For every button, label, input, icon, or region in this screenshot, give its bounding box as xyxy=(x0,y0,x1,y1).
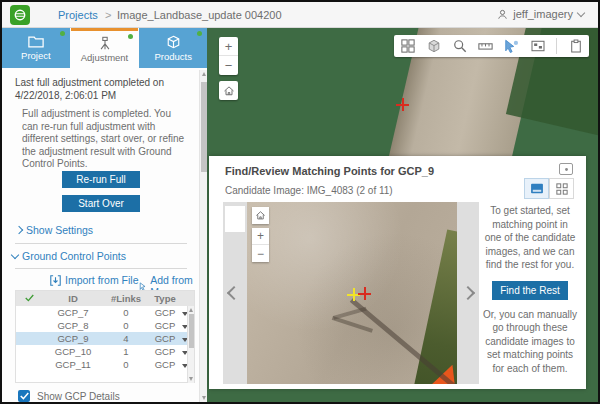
check-icon xyxy=(25,294,34,302)
find-the-rest-button[interactable]: Find the Rest xyxy=(492,281,568,300)
show-gcp-details-checkbox[interactable] xyxy=(18,390,30,402)
cell-links: 1 xyxy=(104,346,148,357)
user-icon xyxy=(497,9,508,20)
cube-icon xyxy=(166,35,181,49)
measure-icon xyxy=(478,40,493,52)
basemap-tool[interactable] xyxy=(426,39,441,54)
table-row[interactable]: GCP_10 1 GCP xyxy=(16,345,194,358)
gcp-table: ID #Links Type GCP_7 0 GCP GCP_8 0 GCP xyxy=(15,290,195,383)
cell-id: GCP_11 xyxy=(42,359,104,370)
cell-links: 0 xyxy=(104,307,148,318)
image-zoom-control: + − xyxy=(252,228,269,262)
chevron-left-icon xyxy=(227,286,241,300)
gcp-section-label: Ground Control Points xyxy=(22,250,126,262)
extent-tool[interactable] xyxy=(530,39,545,54)
scroll-up-icon[interactable] xyxy=(202,71,206,76)
table-scrollbar[interactable] xyxy=(187,306,194,383)
intro-text: To get started, set matching point in on… xyxy=(483,204,577,272)
image-shadow-feature xyxy=(333,307,367,320)
candidate-image-label: Candidate Image: IMG_4083 (2 of 11) xyxy=(225,185,393,196)
last-adjustment-status: Last full adjustment completed on 4/22/2… xyxy=(15,76,187,102)
status-dot-icon xyxy=(60,31,65,36)
scroll-up-icon[interactable] xyxy=(189,307,193,312)
table-row[interactable]: GCP_8 0 GCP xyxy=(16,319,194,332)
left-panel: Project Adjustment Products Last f xyxy=(2,28,207,402)
show-settings-label: Show Settings xyxy=(26,224,93,236)
image-window-icon xyxy=(562,166,571,173)
cell-links: 4 xyxy=(104,333,148,344)
extent-icon xyxy=(531,40,545,52)
tab-project[interactable]: Project xyxy=(2,28,70,68)
chevron-right-icon xyxy=(15,226,23,234)
image-home-button[interactable] xyxy=(252,207,269,224)
breadcrumb-projects-link[interactable]: Projects xyxy=(58,9,98,21)
divider xyxy=(15,243,187,244)
scroll-thumb[interactable] xyxy=(189,314,194,348)
import-from-file-link[interactable]: Import from File xyxy=(50,274,139,286)
esri-logo-icon[interactable] xyxy=(10,5,30,25)
tab-project-label: Project xyxy=(21,50,51,61)
cell-links: 0 xyxy=(104,359,148,370)
map-home-button[interactable] xyxy=(219,81,238,100)
zoom-in-button[interactable]: + xyxy=(219,37,238,56)
zoom-out-button[interactable]: − xyxy=(219,56,238,75)
col-header-links: #Links xyxy=(104,293,148,304)
tab-products-label: Products xyxy=(154,51,192,62)
breadcrumb-project-name: Image_Landbase_update 004200 xyxy=(117,9,282,21)
col-header-type: Type xyxy=(148,293,182,304)
home-icon xyxy=(255,210,266,221)
user-menu[interactable]: jeff_imagery xyxy=(497,8,584,20)
tab-bar: Project Adjustment Products xyxy=(2,28,207,68)
previous-image-button[interactable] xyxy=(223,202,247,384)
image-zoom-out-button[interactable]: − xyxy=(252,245,269,262)
gcp-marker-red[interactable] xyxy=(396,98,409,111)
collapse-panel-button[interactable] xyxy=(559,163,573,175)
gcp-table-header: ID #Links Type xyxy=(16,291,194,306)
check-icon xyxy=(20,392,29,400)
image-zoom-in-button[interactable]: + xyxy=(252,228,269,245)
grid-view-toggle[interactable] xyxy=(549,178,574,199)
cell-type: GCP xyxy=(148,333,182,344)
manual-text: Or, you can manually go through these ca… xyxy=(483,308,577,376)
search-icon xyxy=(453,39,467,53)
search-tool[interactable] xyxy=(452,39,467,54)
view-toggle-group xyxy=(524,178,574,199)
scroll-down-icon[interactable] xyxy=(202,396,206,401)
tab-products[interactable]: Products xyxy=(139,28,207,68)
single-view-toggle[interactable] xyxy=(524,178,549,199)
show-settings-toggle[interactable]: Show Settings xyxy=(16,224,93,236)
basemap-icon xyxy=(427,39,441,53)
scroll-down-icon[interactable] xyxy=(189,377,193,382)
candidate-image-viewer[interactable]: + − xyxy=(247,202,457,384)
chevron-down-icon xyxy=(11,250,19,258)
map-view[interactable]: + − xyxy=(207,28,598,402)
matching-point-marker-red[interactable] xyxy=(358,287,371,300)
review-panel-title: Find/Review Matching Points for GCP_9 xyxy=(225,165,434,177)
cell-id: GCP_8 xyxy=(42,320,104,331)
image-grid-tool[interactable] xyxy=(400,39,415,54)
chevron-right-icon xyxy=(461,286,475,300)
cell-type: GCP xyxy=(148,346,182,357)
folder-icon xyxy=(28,35,44,48)
breadcrumb-separator: > xyxy=(105,9,111,21)
next-image-button[interactable] xyxy=(457,202,479,384)
import-from-file-label: Import from File xyxy=(65,274,139,286)
col-header-id: ID xyxy=(42,293,104,304)
start-over-button[interactable]: Start Over xyxy=(62,195,140,212)
single-image-icon xyxy=(530,183,544,194)
map-toolbar xyxy=(394,35,589,57)
panel-scrollbar[interactable] xyxy=(199,70,207,402)
tab-adjustment[interactable]: Adjustment xyxy=(71,28,139,68)
measure-tool[interactable] xyxy=(478,39,493,54)
gcp-section-toggle[interactable]: Ground Control Points xyxy=(12,250,126,262)
add-gcp-tool-active[interactable] xyxy=(504,39,519,54)
table-row[interactable]: GCP_11 0 GCP xyxy=(16,358,194,371)
table-row-selected[interactable]: GCP_9 4 GCP xyxy=(16,332,194,345)
home-icon xyxy=(223,85,235,97)
clipboard-tool[interactable] xyxy=(568,39,583,54)
rerun-full-button[interactable]: Re-run Full xyxy=(62,171,140,188)
table-row[interactable]: GCP_7 0 GCP xyxy=(16,306,194,319)
divider xyxy=(15,268,187,269)
image-grass-feature xyxy=(408,230,457,384)
user-name: jeff_imagery xyxy=(513,8,573,20)
